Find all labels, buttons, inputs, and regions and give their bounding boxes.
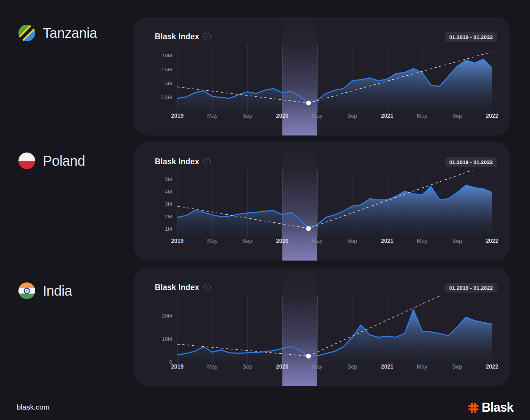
index-line bbox=[177, 310, 492, 356]
blask-hash-icon bbox=[468, 402, 479, 413]
chart-overlay-svg[interactable] bbox=[177, 45, 492, 113]
index-line bbox=[177, 185, 492, 229]
india-flag-icon bbox=[18, 282, 35, 299]
x-tick-label: 2019 bbox=[171, 238, 184, 244]
y-tick-label: 4M bbox=[133, 189, 172, 195]
x-tick-label: May bbox=[207, 238, 217, 244]
index-line bbox=[177, 59, 492, 103]
x-tick-label: Sep bbox=[452, 113, 462, 119]
x-tick-label: May bbox=[417, 364, 427, 370]
x-tick-label: May bbox=[207, 113, 217, 119]
footer-site-url: blask.com bbox=[17, 403, 50, 411]
country-name: Tanzania bbox=[43, 25, 97, 41]
blask-logo: Blask bbox=[468, 400, 513, 415]
x-tick-label: May bbox=[207, 364, 217, 370]
country-name: Poland bbox=[43, 153, 85, 169]
info-icon[interactable]: i bbox=[203, 158, 211, 165]
date-range-badge: 01.2019 - 01.2022 bbox=[445, 32, 497, 42]
y-tick-label: 5M bbox=[133, 80, 172, 86]
trend-line bbox=[177, 52, 492, 103]
chart-panel-india: 010M20M 2019MaySep2020MaySep2021MaySep20… bbox=[133, 267, 510, 386]
chart-overlay-svg[interactable] bbox=[177, 170, 492, 238]
trend-line bbox=[177, 296, 440, 356]
y-tick-label: 2M bbox=[133, 213, 172, 219]
info-icon[interactable]: i bbox=[203, 284, 211, 291]
x-tick-label: 2021 bbox=[381, 364, 394, 370]
x-tick-label: Sep bbox=[242, 238, 252, 244]
info-icon[interactable]: i bbox=[203, 33, 211, 40]
y-tick-label: 10M bbox=[133, 336, 172, 342]
chart-title: Blask Index bbox=[155, 157, 199, 166]
x-tick-label: 2022 bbox=[486, 113, 498, 119]
x-tick-label: Sep bbox=[452, 364, 462, 370]
x-tick-label: May bbox=[417, 113, 427, 119]
y-tick-label: 2.5M bbox=[133, 94, 172, 100]
x-tick-label: May bbox=[312, 113, 322, 119]
country-name: India bbox=[43, 283, 72, 299]
chart-title: Blask Index bbox=[155, 32, 199, 41]
date-range-badge: 01.2019 - 01.2022 bbox=[445, 283, 497, 293]
x-tick-label: 2019 bbox=[171, 364, 184, 370]
y-tick-label: 5M bbox=[133, 176, 172, 182]
x-tick-label: 2019 bbox=[171, 113, 184, 119]
x-tick-label: Sep bbox=[347, 113, 357, 119]
chart-title: Blask Index bbox=[155, 283, 199, 292]
chart-panel-poland: 1M2M3M4M5M 2019MaySep2020MaySep2021MaySe… bbox=[133, 142, 510, 261]
x-tick-label: 2021 bbox=[381, 113, 394, 119]
y-tick-label: 7.5M bbox=[133, 66, 172, 72]
x-tick-label: 2021 bbox=[381, 238, 394, 244]
y-tick-label: 3M bbox=[133, 201, 172, 207]
x-tick-label: 2020 bbox=[276, 238, 289, 244]
trend-line bbox=[177, 170, 479, 229]
x-tick-label: 2020 bbox=[276, 364, 289, 370]
poland-flag-icon bbox=[18, 153, 35, 169]
x-tick-label: Sep bbox=[242, 113, 252, 119]
x-tick-label: Sep bbox=[452, 238, 462, 244]
x-tick-label: 2022 bbox=[486, 364, 498, 370]
chart-header: Blask Index i bbox=[155, 283, 211, 292]
date-range-badge: 01.2019 - 01.2022 bbox=[445, 157, 497, 167]
tanzania-flag-icon bbox=[18, 25, 35, 41]
low-point-dot bbox=[306, 354, 311, 359]
country-label-india: India bbox=[18, 282, 72, 299]
x-tick-label: Sep bbox=[347, 238, 357, 244]
y-tick-label: 1M bbox=[133, 226, 172, 232]
chakra-icon bbox=[24, 288, 30, 294]
x-tick-label: May bbox=[312, 238, 322, 244]
x-tick-label: May bbox=[312, 364, 322, 370]
chart-overlay-svg[interactable] bbox=[177, 296, 492, 364]
blask-logo-text: Blask bbox=[482, 400, 513, 415]
low-point-dot bbox=[306, 101, 311, 106]
x-tick-label: May bbox=[417, 238, 427, 244]
y-tick-label: 10M bbox=[133, 52, 172, 58]
x-tick-label: Sep bbox=[347, 364, 357, 370]
y-tick-label: 20M bbox=[133, 313, 172, 319]
page-background: Tanzania Poland India 2.5M5M7.5M10M 2019… bbox=[0, 0, 530, 420]
x-tick-label: 2020 bbox=[276, 113, 289, 119]
low-point-dot bbox=[306, 226, 311, 231]
country-label-tanzania: Tanzania bbox=[18, 25, 97, 41]
x-tick-label: 2022 bbox=[486, 238, 498, 244]
country-label-poland: Poland bbox=[18, 153, 85, 169]
chart-header: Blask Index i bbox=[155, 157, 211, 166]
y-tick-label: 0 bbox=[133, 359, 172, 365]
x-tick-label: Sep bbox=[242, 364, 252, 370]
chart-header: Blask Index i bbox=[155, 32, 211, 41]
chart-panel-tanzania: 2.5M5M7.5M10M 2019MaySep2020MaySep2021Ma… bbox=[133, 17, 510, 135]
